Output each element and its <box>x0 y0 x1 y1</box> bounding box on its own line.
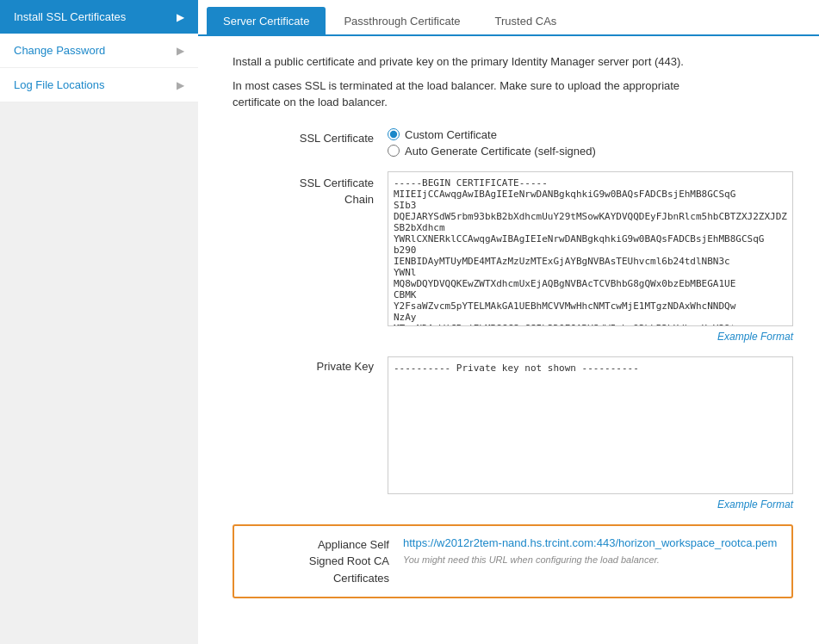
private-key-row: Private Key Example Format <box>233 356 793 511</box>
sidebar-item-install-ssl[interactable]: Install SSL Certificates ▶ <box>0 0 198 34</box>
private-key-field: Example Format <box>388 356 793 511</box>
sidebar-item-label: Install SSL Certificates <box>14 10 126 23</box>
appliance-content: https://w2012r2tem-nand.hs.trcint.com:44… <box>403 536 778 566</box>
ssl-cert-chain-row: SSL Certificate Chain Example Format <box>233 171 793 343</box>
radio-auto[interactable]: Auto Generate Certificate (self-signed) <box>388 145 793 158</box>
tab-bar: Server Certificate Passthrough Certifica… <box>198 0 819 36</box>
chevron-right-icon: ▶ <box>177 79 184 91</box>
private-key-example-link[interactable]: Example Format <box>388 498 793 511</box>
sidebar: Install SSL Certificates ▶ Change Passwo… <box>0 0 198 644</box>
appliance-hint: You might need this URL when configuring… <box>403 554 660 565</box>
radio-auto-input[interactable] <box>388 145 400 157</box>
tab-server-certificate[interactable]: Server Certificate <box>207 7 326 34</box>
intro-line1: Install a public certificate and private… <box>233 53 715 71</box>
ssl-cert-chain-label: SSL Certificate Chain <box>233 171 388 208</box>
ssl-cert-row: SSL Certificate Custom Certificate Auto … <box>233 128 793 158</box>
content-area: Install a public certificate and private… <box>198 36 819 644</box>
sidebar-item-log-file[interactable]: Log File Locations ▶ <box>0 68 198 102</box>
ssl-cert-label: SSL Certificate <box>233 128 388 145</box>
sidebar-item-label: Change Password <box>14 44 105 57</box>
tab-trusted-cas[interactable]: Trusted CAs <box>479 7 574 34</box>
tab-passthrough-certificate[interactable]: Passthrough Certificate <box>327 7 476 34</box>
ssl-cert-radio-group: Custom Certificate Auto Generate Certifi… <box>388 128 793 158</box>
intro-line2: In most cases SSL is terminated at the l… <box>233 77 715 111</box>
private-key-textarea[interactable] <box>388 356 793 494</box>
chevron-right-icon: ▶ <box>177 45 184 57</box>
cert-chain-example-link[interactable]: Example Format <box>388 331 793 343</box>
ssl-cert-chain-field: Example Format <box>388 171 793 343</box>
private-key-label: Private Key <box>233 356 388 373</box>
ssl-cert-chain-textarea[interactable] <box>388 171 793 326</box>
radio-custom[interactable]: Custom Certificate <box>388 128 793 141</box>
chevron-right-icon: ▶ <box>177 11 184 23</box>
main-panel: Server Certificate Passthrough Certifica… <box>198 0 819 644</box>
appliance-link[interactable]: https://w2012r2tem-nand.hs.trcint.com:44… <box>403 536 778 549</box>
ssl-cert-field: Custom Certificate Auto Generate Certifi… <box>388 128 793 158</box>
sidebar-item-change-password[interactable]: Change Password ▶ <box>0 34 198 68</box>
sidebar-item-label: Log File Locations <box>14 78 105 91</box>
radio-custom-input[interactable] <box>388 128 400 140</box>
appliance-box: Appliance Self Signed Root CA Certificat… <box>233 524 793 599</box>
appliance-label: Appliance Self Signed Root CA Certificat… <box>248 536 403 587</box>
